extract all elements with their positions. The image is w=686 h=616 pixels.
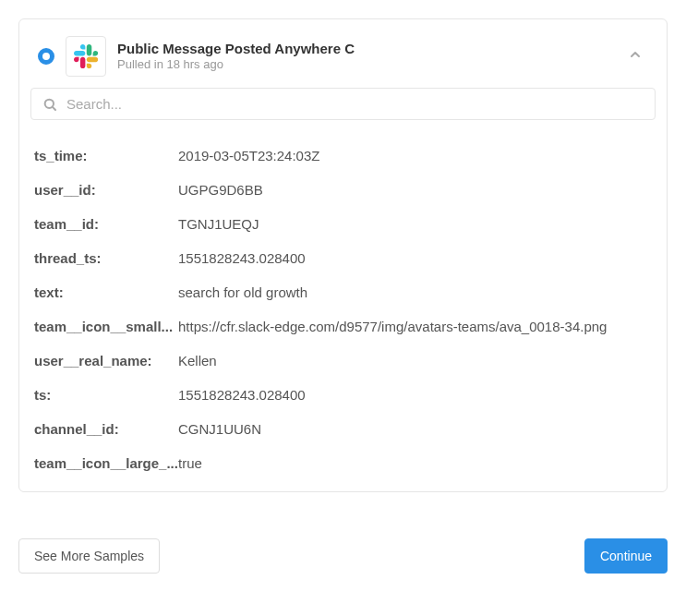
field-value: Kellen: [178, 353, 217, 368]
sample-card: Public Message Posted Anywhere C Pulled …: [18, 18, 668, 492]
field-value: true: [178, 455, 202, 471]
field-row: text: search for old growth: [34, 275, 652, 309]
field-row: thread_ts: 1551828243.028400: [34, 241, 652, 275]
field-row: ts: 1551828243.028400: [34, 378, 652, 412]
field-row: user__real_name: Kellen: [34, 344, 652, 378]
field-row: user__id: UGPG9D6BB: [34, 173, 652, 207]
continue-button[interactable]: Continue: [584, 538, 668, 574]
chevron-up-icon: [628, 47, 643, 62]
field-key: user__real_name:: [34, 353, 178, 368]
field-key: text:: [34, 284, 178, 300]
field-value: search for old growth: [178, 284, 307, 300]
fields-scroll[interactable]: ts_time: 2019-03-05T23:24:03Z user__id: …: [30, 129, 656, 480]
field-key: ts:: [34, 387, 178, 403]
field-key: ts_time:: [34, 148, 178, 163]
field-value: TGNJ1UEQJ: [178, 216, 259, 232]
sample-subtitle: Pulled in 18 hrs ago: [117, 57, 608, 73]
title-block: Public Message Posted Anywhere C Pulled …: [117, 40, 608, 73]
field-row: team__id: TGNJ1UEQJ: [34, 207, 652, 241]
see-more-button[interactable]: See More Samples: [18, 538, 160, 574]
field-row: channel__id: CGNJ1UU6N: [34, 412, 652, 446]
field-row: ts_time: 2019-03-05T23:24:03Z: [34, 139, 652, 173]
field-key: thread_ts:: [34, 250, 178, 266]
field-key: team__icon__small...: [34, 319, 178, 334]
svg-line-1: [53, 106, 55, 109]
field-value: 1551828243.028400: [178, 250, 306, 266]
field-row: team__icon__small... https://cfr.slack-e…: [34, 309, 652, 344]
field-key: channel__id:: [34, 421, 178, 437]
field-value: 1551828243.028400: [178, 387, 306, 403]
field-row: team__icon__large_... true: [34, 446, 652, 480]
search-container[interactable]: [30, 88, 656, 120]
search-icon: [42, 97, 57, 112]
footer: See More Samples Continue: [18, 538, 668, 574]
slack-icon: [66, 36, 106, 77]
select-radio[interactable]: [38, 48, 54, 65]
field-value: CGNJ1UU6N: [178, 421, 261, 437]
field-key: user__id:: [34, 182, 178, 198]
sample-title: Public Message Posted Anywhere C: [117, 40, 608, 58]
field-value: 2019-03-05T23:24:03Z: [178, 148, 319, 163]
collapse-toggle[interactable]: [619, 42, 652, 71]
field-value: UGPG9D6BB: [178, 182, 263, 198]
field-key: team__icon__large_...: [34, 455, 178, 471]
search-input[interactable]: [66, 96, 644, 112]
field-value: https://cfr.slack-edge.com/d9577/img/ava…: [178, 319, 607, 334]
field-key: team__id:: [34, 216, 178, 232]
sample-header: Public Message Posted Anywhere C Pulled …: [30, 30, 656, 88]
